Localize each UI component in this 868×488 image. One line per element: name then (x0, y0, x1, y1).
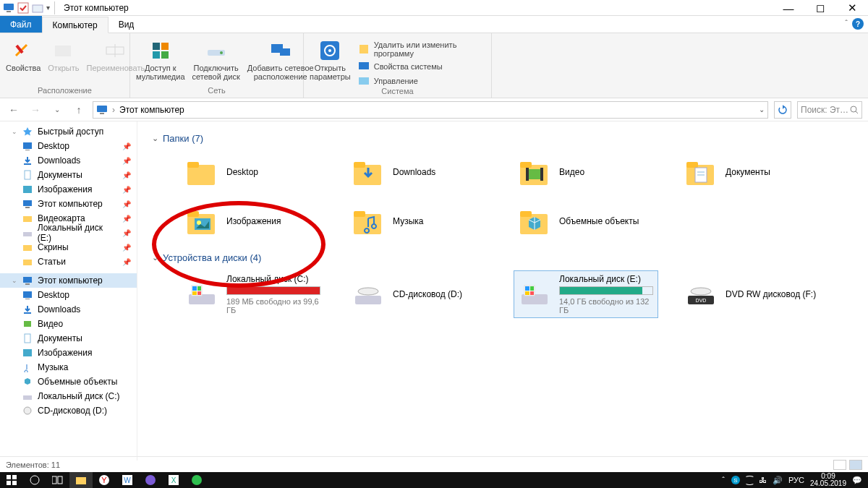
sidebar-item[interactable]: Локальный диск (C:) (0, 389, 137, 403)
tab-view[interactable]: Вид (109, 16, 145, 33)
task-view-icon[interactable] (46, 472, 69, 488)
volume-icon[interactable]: 🔊 (773, 476, 783, 485)
properties-button[interactable]: Свойства (6, 39, 41, 72)
address-bar[interactable]: › Этот компьютер ⌄ (93, 101, 768, 119)
sidebar-item[interactable]: Downloads (0, 302, 137, 317)
pin-icon: 📌 (122, 258, 131, 266)
item-icon (22, 390, 33, 402)
sidebar-item[interactable]: Видео (0, 317, 137, 331)
svg-point-17 (328, 49, 331, 52)
folder-tile[interactable]: Видео (514, 151, 658, 193)
folder-tile[interactable]: Музыка (347, 200, 492, 242)
open-settings-button[interactable]: Открыть параметры (310, 39, 351, 81)
tray-chevron-icon[interactable]: ˆ (722, 476, 725, 484)
device-tile[interactable]: Локальный диск (E:)14,0 ГБ свободно из 1… (514, 270, 658, 318)
svg-point-89 (30, 476, 39, 484)
svg-rect-32 (23, 216, 32, 222)
sidebar-item[interactable]: Статьи📌 (0, 254, 137, 269)
item-icon (22, 333, 33, 344)
sidebar-item[interactable]: Изображения📌 (0, 182, 137, 197)
sidebar-item[interactable]: Downloads📌 (0, 153, 137, 168)
qa-dropdown[interactable]: ▾ (46, 4, 50, 12)
uninstall-button[interactable]: Удалить или изменить программу (358, 40, 485, 58)
svg-rect-26 (25, 150, 30, 150)
svg-rect-92 (76, 477, 86, 484)
sidebar-item[interactable]: Desktop (0, 288, 137, 302)
svg-rect-37 (25, 283, 30, 285)
group-folders-header[interactable]: ⌄Папки (7) (152, 133, 854, 144)
close-button[interactable]: ✕ (836, 0, 868, 16)
device-tile[interactable]: DVDDVD RW дисковод (F:) (680, 270, 825, 318)
refresh-button[interactable] (774, 101, 791, 119)
svg-rect-53 (526, 168, 529, 181)
wifi-icon[interactable]: ⁐ (746, 476, 753, 485)
pin-icon: 📌 (122, 157, 131, 165)
map-drive-button[interactable]: Подключить сетевой диск (192, 39, 240, 81)
search-input[interactable]: Поиск: Эт… (797, 101, 862, 119)
sidebar-item[interactable]: CD-дисковод (D:) (0, 403, 137, 418)
explorer-taskbar-icon[interactable] (69, 472, 93, 488)
sidebar-item[interactable]: Музыка (0, 360, 137, 374)
minimize-button[interactable]: — (773, 0, 804, 16)
tray-app-icon[interactable]: S (731, 475, 741, 485)
network-icon[interactable]: 🖧 (759, 476, 767, 484)
recent-button[interactable]: ⌄ (49, 102, 65, 118)
svg-text:W: W (124, 476, 131, 484)
folder-tile[interactable]: Downloads (347, 151, 492, 193)
back-button[interactable]: ← (6, 102, 22, 118)
word-taskbar-icon[interactable]: W (116, 472, 139, 488)
help-icon[interactable]: ? (852, 18, 864, 30)
sidebar-item[interactable]: Объемные объекты (0, 374, 137, 389)
tab-computer[interactable]: Компьютер (42, 17, 109, 33)
maximize-button[interactable]: ◻ (804, 0, 836, 16)
sidebar-item[interactable]: Desktop📌 (0, 139, 137, 153)
item-icon (22, 213, 33, 224)
content-area[interactable]: ⌄Папки (7) DesktopDownloadsВидеоДокумент… (137, 121, 868, 461)
sidebar-item[interactable]: Локальный диск (E:)📌 (0, 226, 137, 240)
qa-check-icon[interactable] (17, 2, 29, 14)
sidebar-item[interactable]: Документы (0, 331, 137, 346)
sidebar-quick-access[interactable]: ⌄ Быстрый доступ (0, 124, 137, 139)
svg-rect-3 (33, 5, 43, 12)
drive-icon (517, 277, 552, 312)
breadcrumb[interactable]: Этот компьютер (119, 105, 184, 115)
svg-rect-21 (97, 106, 107, 112)
language-indicator[interactable]: РУС (788, 476, 804, 484)
start-button[interactable] (0, 472, 23, 488)
svg-rect-38 (23, 291, 32, 298)
svg-rect-56 (686, 162, 698, 168)
collapse-ribbon-icon[interactable]: ˆ (845, 19, 848, 27)
tab-file[interactable]: Файл (0, 16, 42, 33)
sidebar-item[interactable]: Этот компьютер📌 (0, 197, 137, 211)
yandex-taskbar-icon[interactable]: Y (93, 472, 116, 488)
sidebar-item[interactable]: Изображения (0, 346, 137, 360)
manage-button[interactable]: Управление (358, 75, 485, 87)
group-devices-header[interactable]: ⌄Устройства и диски (4) (152, 252, 854, 263)
item-icon (22, 169, 33, 181)
sidebar-item[interactable]: Документы📌 (0, 168, 137, 182)
address-dropdown-icon[interactable]: ⌄ (759, 106, 765, 114)
folder-icon (351, 204, 386, 239)
device-tile[interactable]: Локальный диск (C:)189 МБ свободно из 99… (181, 270, 326, 318)
viber-taskbar-icon[interactable] (139, 472, 162, 488)
excel-taskbar-icon[interactable]: X (162, 472, 185, 488)
folder-tile[interactable]: Desktop (181, 151, 326, 193)
svg-line-24 (856, 111, 858, 114)
system-props-button[interactable]: Свойства системы (358, 61, 485, 72)
view-details-button[interactable] (833, 460, 846, 470)
folder-tile[interactable]: Объемные объекты (514, 200, 658, 242)
clock[interactable]: 0:09 24.05.2019 (810, 473, 846, 487)
notifications-icon[interactable]: 💬 (852, 476, 862, 485)
up-button[interactable]: ↑ (71, 102, 87, 118)
view-tiles-button[interactable] (849, 460, 862, 470)
qa-folder-icon[interactable] (32, 2, 43, 14)
sidebar-this-pc[interactable]: ⌄ Этот компьютер (0, 273, 137, 288)
sidebar[interactable]: ⌄ Быстрый доступ Desktop📌Downloads📌Докум… (0, 121, 137, 461)
device-tile[interactable]: CD-дисковод (D:) (347, 270, 492, 318)
folder-tile[interactable]: Документы (680, 151, 825, 193)
svg-rect-20 (359, 77, 369, 85)
cortana-icon[interactable] (23, 472, 46, 488)
whatsapp-taskbar-icon[interactable] (185, 472, 208, 488)
pin-icon: 📌 (122, 200, 131, 208)
folder-tile[interactable]: Изображения (181, 200, 326, 242)
